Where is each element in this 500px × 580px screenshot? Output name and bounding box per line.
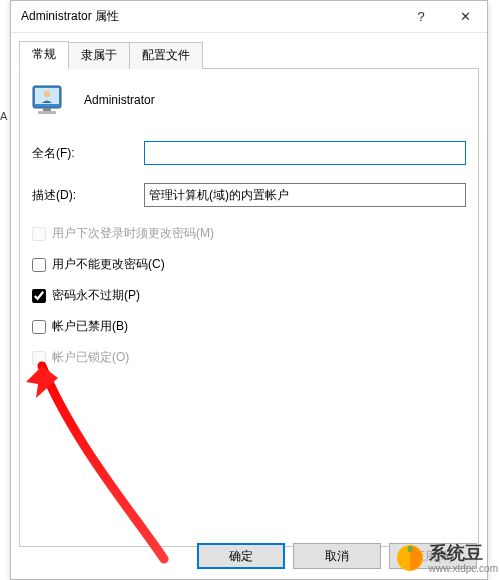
check-label: 帐户已锁定(O) [52, 349, 129, 366]
fullname-row: 全名(F): [32, 141, 466, 165]
close-button[interactable]: ✕ [443, 1, 487, 33]
tab-memberof[interactable]: 隶属于 [68, 42, 130, 69]
tab-panel-general: Administrator 全名(F): 描述(D): 用户下次登录时须更改密码… [19, 69, 479, 547]
description-label: 描述(D): [32, 187, 144, 204]
description-row: 描述(D): [32, 183, 466, 207]
tab-label: 隶属于 [81, 48, 117, 62]
svg-rect-3 [43, 108, 51, 111]
titlebar: Administrator 属性 ? ✕ [11, 1, 487, 33]
dialog-buttons: 确定 取消 应用(A) [11, 543, 487, 569]
description-input[interactable] [144, 183, 466, 207]
check-label: 帐户已禁用(B) [52, 318, 128, 335]
tab-strip: 常规 隶属于 配置文件 [19, 41, 479, 69]
window-title: Administrator 属性 [11, 8, 399, 25]
apply-button[interactable]: 应用(A) [389, 543, 477, 569]
user-header: Administrator [32, 83, 466, 117]
cancel-button[interactable]: 取消 [293, 543, 381, 569]
tab-label: 常规 [32, 47, 56, 61]
help-button[interactable]: ? [399, 1, 443, 33]
check-label: 密码永不过期(P) [52, 287, 140, 304]
check-password-never-expires[interactable]: 密码永不过期(P) [32, 287, 466, 304]
check-label: 用户不能更改密码(C) [52, 256, 165, 273]
check-must-change-password: 用户下次登录时须更改密码(M) [32, 225, 466, 242]
tab-general[interactable]: 常规 [19, 41, 69, 69]
checkbox-group: 用户下次登录时须更改密码(M) 用户不能更改密码(C) 密码永不过期(P) 帐户… [32, 225, 466, 366]
properties-dialog: Administrator 属性 ? ✕ 常规 隶属于 配置文件 Adminis… [10, 0, 488, 580]
check-account-locked-box [32, 351, 46, 365]
svg-rect-4 [38, 111, 56, 114]
svg-point-2 [44, 91, 50, 97]
check-must-change-password-box [32, 227, 46, 241]
check-account-disabled[interactable]: 帐户已禁用(B) [32, 318, 466, 335]
ok-button[interactable]: 确定 [197, 543, 285, 569]
check-cannot-change-password[interactable]: 用户不能更改密码(C) [32, 256, 466, 273]
check-password-never-expires-box[interactable] [32, 289, 46, 303]
check-label: 用户下次登录时须更改密码(M) [52, 225, 214, 242]
tab-label: 配置文件 [142, 48, 190, 62]
check-cannot-change-password-box[interactable] [32, 258, 46, 272]
fullname-label: 全名(F): [32, 145, 144, 162]
tab-profile[interactable]: 配置文件 [129, 42, 203, 69]
user-icon [32, 83, 66, 117]
background-fragment: A [0, 110, 10, 122]
fullname-input[interactable] [144, 141, 466, 165]
check-account-locked: 帐户已锁定(O) [32, 349, 466, 366]
check-account-disabled-box[interactable] [32, 320, 46, 334]
user-name: Administrator [84, 93, 155, 107]
